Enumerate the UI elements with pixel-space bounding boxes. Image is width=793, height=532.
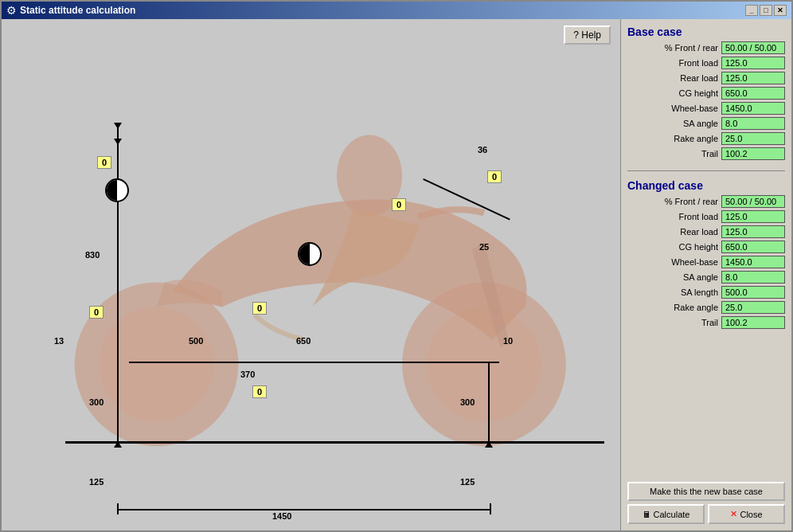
base-front-rear-label: % Front / rear bbox=[627, 43, 721, 53]
chg-rake-angle-value[interactable] bbox=[721, 301, 785, 314]
chg-sa-length-row: SA length bbox=[627, 286, 785, 299]
rear-up-arrow bbox=[114, 441, 122, 448]
bottom-buttons: Make this the new base case 🖩 Calculate … bbox=[627, 482, 785, 524]
base-wheelbase-row: Wheel-base bbox=[627, 102, 785, 115]
close-window-button[interactable]: ✕ bbox=[774, 5, 787, 16]
label-1450: 1450 bbox=[272, 511, 291, 521]
chg-wheelbase-value[interactable] bbox=[721, 256, 785, 268]
chg-sa-length-label: SA length bbox=[627, 288, 721, 297]
chg-trail-label: Trail bbox=[627, 318, 721, 327]
base-sa-angle-value[interactable] bbox=[721, 117, 785, 130]
base-front-load-value[interactable] bbox=[721, 57, 785, 69]
chg-front-load-row: Front load bbox=[627, 210, 785, 223]
rear-300-vert bbox=[117, 362, 119, 441]
label-125-rear: 125 bbox=[89, 477, 104, 487]
action-buttons: 🖩 Calculate ✕ Close bbox=[627, 504, 785, 524]
chg-wheelbase-label: Wheel-base bbox=[627, 257, 721, 267]
box-0-upper: 0 bbox=[89, 306, 104, 319]
base-rake-angle-row: Rake angle bbox=[627, 132, 785, 145]
base-rear-load-row: Rear load bbox=[627, 72, 785, 84]
chg-rake-angle-row: Rake angle bbox=[627, 301, 785, 314]
base-cg-height-row: CG height bbox=[627, 87, 785, 100]
label-300-front: 300 bbox=[460, 397, 475, 407]
chg-sa-angle-row: SA angle bbox=[627, 271, 785, 284]
close-label: Close bbox=[740, 510, 762, 519]
chg-front-rear-label: % Front / rear bbox=[627, 197, 721, 206]
base-rear-load-label: Rear load bbox=[627, 73, 721, 83]
make-base-case-button[interactable]: Make this the new base case bbox=[627, 482, 785, 501]
base-wheelbase-value[interactable] bbox=[721, 102, 785, 115]
wb-cap-right bbox=[490, 503, 491, 514]
box-0-center: 0 bbox=[392, 198, 406, 211]
close-icon: ✕ bbox=[730, 509, 737, 519]
chg-sa-length-value[interactable] bbox=[721, 286, 785, 299]
chg-front-rear-value[interactable] bbox=[721, 195, 785, 208]
base-front-rear-value[interactable] bbox=[721, 41, 785, 54]
label-25: 25 bbox=[479, 242, 489, 252]
base-cg-height-label: CG height bbox=[627, 88, 721, 98]
label-650: 650 bbox=[296, 336, 311, 346]
label-300-rear: 300 bbox=[89, 397, 104, 407]
wheelbase-line bbox=[117, 509, 491, 510]
base-case-title: Base case bbox=[627, 25, 785, 38]
title-bar: ⚙ Static attitude calculation _ □ ✕ bbox=[2, 2, 791, 19]
base-rake-angle-label: Rake angle bbox=[627, 134, 721, 143]
chg-rear-load-label: Rear load bbox=[627, 227, 721, 237]
base-trail-value[interactable] bbox=[721, 147, 785, 160]
wb-cap-left bbox=[117, 503, 119, 514]
chg-rear-load-value[interactable] bbox=[721, 225, 785, 238]
motorcycle-background bbox=[25, 35, 599, 497]
label-500: 500 bbox=[189, 336, 203, 346]
help-button[interactable]: ? Help bbox=[564, 25, 611, 45]
maximize-button[interactable]: □ bbox=[760, 5, 772, 16]
panel-divider bbox=[627, 170, 785, 171]
label-13: 13 bbox=[54, 336, 64, 346]
box-0-top-left: 0 bbox=[97, 156, 111, 169]
left-arrow-down2 bbox=[114, 139, 122, 145]
base-wheelbase-label: Wheel-base bbox=[627, 104, 721, 113]
chg-cg-height-row: CG height bbox=[627, 241, 785, 253]
base-front-load-row: Front load bbox=[627, 57, 785, 69]
chg-trail-value[interactable] bbox=[721, 316, 785, 329]
base-trail-label: Trail bbox=[627, 149, 721, 158]
base-rear-load-value[interactable] bbox=[721, 72, 785, 84]
chg-trail-row: Trail bbox=[627, 316, 785, 329]
diagram-area: ? Help bbox=[2, 19, 620, 530]
chg-rake-angle-label: Rake angle bbox=[627, 303, 721, 312]
box-0-front-top: 0 bbox=[487, 170, 502, 183]
chg-rear-load-row: Rear load bbox=[627, 225, 785, 238]
label-10: 10 bbox=[503, 336, 513, 346]
minimize-button[interactable]: _ bbox=[745, 5, 758, 16]
chg-front-load-label: Front load bbox=[627, 212, 721, 221]
center-cg-circle bbox=[298, 242, 322, 266]
label-370: 370 bbox=[240, 370, 255, 379]
calc-icon: 🖩 bbox=[643, 510, 651, 519]
chg-wheelbase-row: Wheel-base bbox=[627, 256, 785, 268]
window-title: Static attitude calculation bbox=[20, 5, 135, 16]
left-arrow-down bbox=[114, 123, 122, 129]
base-rake-angle-value[interactable] bbox=[721, 132, 785, 145]
changed-case-section: Changed case % Front / rear Front load R… bbox=[627, 179, 785, 331]
label-830: 830 bbox=[85, 250, 100, 260]
trail-line bbox=[475, 362, 499, 363]
base-cg-height-value[interactable] bbox=[721, 87, 785, 100]
chg-sa-angle-value[interactable] bbox=[721, 271, 785, 284]
calculate-button[interactable]: 🖩 Calculate bbox=[627, 504, 705, 524]
cg-circle bbox=[105, 178, 129, 202]
chg-sa-angle-label: SA angle bbox=[627, 272, 721, 282]
base-case-section: Base case % Front / rear Front load Rear… bbox=[627, 25, 785, 162]
label-36: 36 bbox=[478, 145, 487, 155]
base-sa-angle-row: SA angle bbox=[627, 117, 785, 130]
box-0-mid: 0 bbox=[252, 302, 267, 315]
window-icon: ⚙ bbox=[6, 4, 17, 17]
ground-line bbox=[65, 441, 604, 444]
chg-front-load-value[interactable] bbox=[721, 210, 785, 223]
sa-length-line bbox=[225, 362, 304, 363]
chg-front-rear-row: % Front / rear bbox=[627, 195, 785, 208]
chg-cg-height-value[interactable] bbox=[721, 241, 785, 253]
changed-case-title: Changed case bbox=[627, 179, 785, 192]
base-front-rear-row: % Front / rear bbox=[627, 41, 785, 54]
close-button[interactable]: ✕ Close bbox=[708, 504, 785, 524]
box-0-bottom: 0 bbox=[252, 385, 267, 398]
base-front-load-label: Front load bbox=[627, 58, 721, 68]
